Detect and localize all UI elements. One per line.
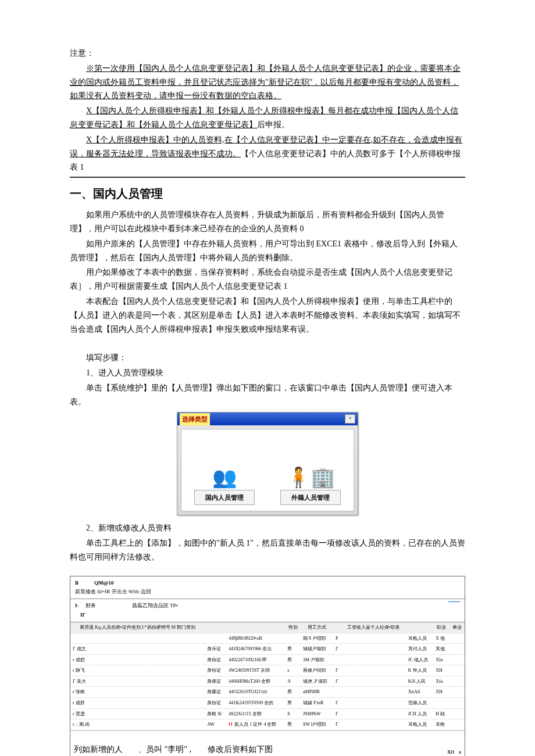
table-cell: r 成腔 — [70, 654, 205, 665]
table-cell — [285, 633, 301, 644]
table-cell: AW — [205, 719, 226, 730]
red-bullet-icon: O — [229, 722, 233, 727]
figure-note-far-right: XO x — [447, 748, 461, 756]
table-cell: r 成胜 — [70, 698, 205, 709]
table-cell: 城罐 F'mR — [301, 698, 333, 709]
figure-bar2-a: I- — [75, 603, 79, 608]
table-cell: 44022671092166 即 — [226, 654, 285, 665]
figure-note-row: 列如新增的人 、员叫 "李明" , 修改后资料如下图 XO x — [70, 730, 465, 756]
dialog-item-domestic-label: 国内人员管理 — [194, 490, 255, 506]
table-row: r 静飞身份证4W24650915ST 京间s黑修户转职ΓK 怜人员XH — [70, 665, 465, 676]
table-cell — [70, 633, 205, 644]
notice-paragraph-1: ※第一次使用【国内人员个人信息变更登记表】和【外籍人员个人信息变更登记表】的企业… — [70, 62, 465, 103]
table-cell: Γ 成文 — [70, 644, 205, 655]
table-cell: XIa — [433, 654, 449, 665]
table-cell — [341, 633, 406, 644]
step-2-text: 单击工具栏上的【添加】，如图中的"新人员 1"，然后直接单击每一项修改该人员的资… — [70, 536, 465, 564]
table-cell: H 础 — [433, 708, 449, 719]
step-2-title: 2、新增或修改人员资料 — [70, 521, 465, 535]
table-cell — [341, 708, 406, 719]
personnel-table-figure: B Q98@10 新英修改 Iil=IR 开出台 Wftb 边回 I- 财务 昌… — [70, 576, 465, 756]
table-header-cell: 性别 — [285, 622, 301, 633]
table-header-cell — [333, 622, 341, 633]
table-cell — [341, 676, 406, 687]
dialog-titlebar: 选择类型 × — [177, 413, 358, 425]
table-cell: 4S22Si1115 全部 — [226, 708, 285, 719]
section-paragraph-4: 本表配合【国内人员个人信息变更登记表】和【国内人员个人所得税申报表】使用，与单击… — [70, 295, 465, 336]
table-cell — [341, 665, 406, 676]
table-cell: 男 — [285, 687, 301, 698]
table-cell: 441&24195T0509 全的 — [226, 698, 285, 709]
table-cell: XH — [433, 687, 449, 698]
table-cell — [341, 719, 406, 730]
table-cell: Xfa — [433, 676, 449, 687]
table-cell: aMPfHR — [301, 687, 333, 698]
table-cell — [449, 633, 465, 644]
table-cell — [449, 676, 465, 687]
table-header-cell: 单业 — [449, 622, 465, 633]
table-cell — [449, 644, 465, 655]
dialog-body: 👥 国内人员管理 🧍🏢 外籍人员管理 — [181, 429, 354, 511]
table-cell: 期 8 户辖职 — [301, 633, 333, 644]
table-cell — [341, 644, 406, 655]
notice-heading: 注意： — [70, 46, 465, 60]
table-cell: s — [285, 665, 301, 676]
section-divider — [70, 177, 465, 178]
table-cell — [433, 698, 449, 709]
select-type-dialog: 选择类型 × 👥 国内人员管理 🧍🏢 外籍人员管理 — [177, 412, 358, 515]
table-cell: Γ 美大 — [70, 676, 205, 687]
table-cell — [449, 654, 465, 665]
table-cell — [449, 708, 465, 719]
table-cell: Γ — [333, 708, 341, 719]
table-cell: 男 — [285, 698, 301, 709]
dialog-item-foreign[interactable]: 🧍🏢 外籍人员管理 — [276, 468, 345, 506]
dialog-close-button[interactable]: × — [345, 414, 355, 424]
table-cell — [333, 654, 341, 665]
table-cell: r 静飞 — [70, 665, 205, 676]
table-cell: 3M 户箱职 — [301, 654, 333, 665]
table-cell: 4W24650915ST 京间 — [226, 665, 285, 676]
table-cell: 身份证 — [205, 698, 226, 709]
table-cell: SW I户辖职 — [301, 719, 333, 730]
dialog-item-domestic[interactable]: 👥 国内人员管理 — [190, 468, 259, 506]
figure-note-mid: 、员叫 "李明" , — [138, 743, 208, 756]
figure-topbar: B Q98@10 新英修改 Iil=IR 开出台 Wftb 边回 — [70, 576, 465, 600]
table-header-cell — [226, 622, 285, 633]
table-cell: X 他 — [433, 633, 449, 644]
personnel-table: 累否通 Kq·人员名晓•证件坐别 I:*易份硬明号 M 部门类别性别用工方式工资… — [70, 622, 465, 730]
table-cell — [341, 687, 406, 698]
table-cell: KiS 人民 — [406, 676, 433, 687]
table-cell — [205, 633, 226, 644]
table-cell: 448β8K98J20•±B — [226, 633, 285, 644]
table-header-cell — [205, 622, 226, 633]
table-cell — [341, 698, 406, 709]
table-cell: 范修人员 — [406, 698, 433, 709]
figure-top-line1: B Q98@10 — [75, 580, 113, 586]
figure-note-left: 列如新增的人 — [74, 743, 138, 756]
table-cell: 身斥证 — [205, 644, 226, 655]
table-cell: Γ — [333, 676, 341, 687]
table-cell — [449, 719, 465, 730]
table-cell: JSMPhW — [301, 708, 333, 719]
table-row: r 张映身爆证44O22619TOJ211tft男aMPfHRXttAfiXH — [70, 687, 465, 698]
table-cell: P — [333, 633, 341, 644]
table-row: r 贤垄身根 Sf4S22Si1115 全部SJSMPhWΓJCH 人员H 础 — [70, 708, 465, 719]
table-cell: r 张映 — [70, 687, 205, 698]
figure-note-right: 修改后资料如下图 — [208, 743, 447, 756]
blue-line-icon — [448, 601, 460, 619]
table-header-cell: 用工方式 — [301, 622, 333, 633]
section-paragraph-2: 如用户原来的【人员管理】中存在外籍人员资料，用户可导出到 EXCE1 表格中，修… — [70, 237, 465, 265]
table-row: r 成腔身份证44022671092166 即男3M 户箱职JC 他人员XIa — [70, 654, 465, 665]
table-cell — [449, 698, 465, 709]
table-cell: 身根 Sf — [205, 708, 226, 719]
table-cell: 耳检人员 — [406, 633, 433, 644]
table-cell: 男 — [285, 644, 301, 655]
steps-heading: 填写步骤： — [70, 351, 465, 365]
figure-bar2-b: 财务 — [85, 603, 96, 608]
table-cell: XttAfi — [406, 687, 433, 698]
table-cell: 其他 — [433, 644, 449, 655]
table-cell: 耳枪 — [433, 719, 449, 730]
table-cell: 耳检人员 — [406, 719, 433, 730]
table-row: r 成胜身份证441&24195T0509 全的男城罐 F'mRΓ范修人员 — [70, 698, 465, 709]
table-cell: r 贤垄 — [70, 708, 205, 719]
